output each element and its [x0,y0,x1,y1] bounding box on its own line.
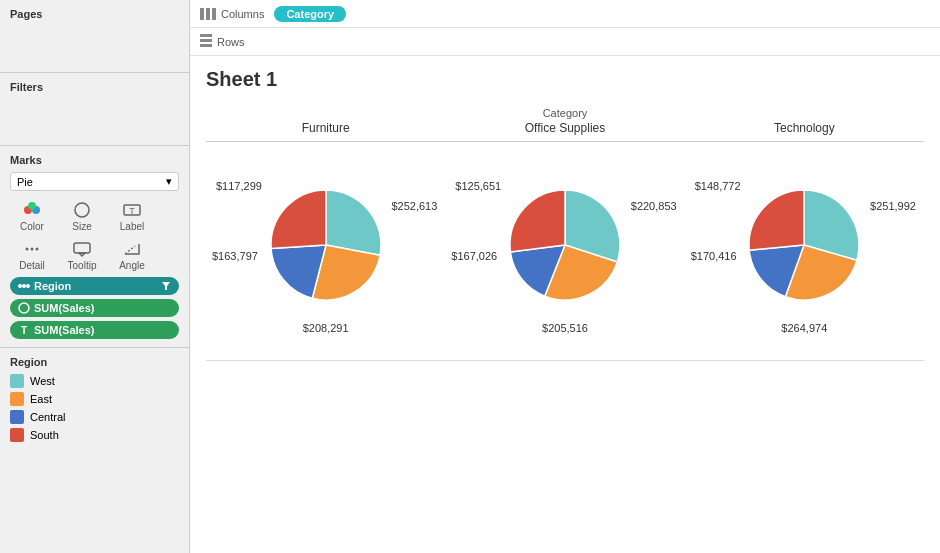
detail-icon [18,238,46,260]
svg-rect-20 [200,34,212,37]
svg-point-6 [26,248,29,251]
furniture-label-middle-left: $163,797 [212,250,258,262]
legend-west: West [10,374,179,388]
south-label: South [30,429,59,441]
svg-point-2 [28,202,36,210]
svg-rect-21 [200,39,212,42]
pages-label: Pages [10,8,179,20]
office-supplies-label: Office Supplies [445,121,684,135]
angle-button[interactable]: Angle [110,238,154,271]
color-icon [18,199,46,221]
furniture-pie-chart [261,180,391,310]
sum-sales-size-pill[interactable]: SUM(Sales) [10,299,179,317]
east-color [10,392,24,406]
sheet-area: Sheet 1 Category Furniture Office Suppli… [190,56,940,553]
filters-content [10,97,179,137]
marks-label: Marks [10,154,179,166]
furniture-label-bottom: $208,291 [303,322,349,334]
marks-icons-row-1: Color Size T Label [10,199,179,232]
columns-text: Columns [221,8,264,20]
tooltip-label: Tooltip [68,260,97,271]
technology-label: Technology [685,121,924,135]
marks-type-value: Pie [17,176,33,188]
technology-label-top-right: $251,992 [870,200,916,212]
office-supplies-label-top-right: $220,853 [631,200,677,212]
filters-label: Filters [10,81,179,93]
legend-south: South [10,428,179,442]
svg-marker-10 [79,253,85,256]
south-color [10,428,24,442]
label-button[interactable]: T Label [110,199,154,232]
tooltip-icon [68,238,96,260]
color-button[interactable]: Color [10,199,54,232]
svg-text:T: T [129,206,135,216]
furniture-pie-wrapper: $117,299 $252,613 $163,797 $208,291 [206,150,445,350]
svg-point-15 [19,303,29,313]
svg-rect-17 [200,8,204,20]
charts-row: $117,299 $252,613 $163,797 $208,291 $125… [206,150,924,350]
technology-label-top-left: $148,772 [695,180,741,192]
legend-east: East [10,392,179,406]
svg-point-13 [26,284,30,288]
sum-sales-size-label: SUM(Sales) [34,302,95,314]
marks-type-select[interactable]: Pie ▾ [10,172,179,191]
central-label: Central [30,411,65,423]
size-button[interactable]: Size [60,199,104,232]
technology-pie-wrapper: $148,772 $251,992 $170,416 $264,974 [685,150,924,350]
office-supplies-pie-chart [500,180,630,310]
category-header-right [685,107,924,119]
svg-point-11 [18,284,22,288]
office-supplies-label-top-left: $125,651 [455,180,501,192]
detail-label: Detail [19,260,45,271]
pages-content [10,24,179,64]
category-header-center: Category [445,107,684,119]
label-label: Label [120,221,144,232]
svg-marker-14 [162,282,170,290]
rows-row: Rows [190,28,940,56]
office-supplies-label-middle-left: $167,026 [451,250,497,262]
svg-rect-9 [74,243,90,253]
chart-grid: Category Furniture Office Supplies Techn… [206,107,924,369]
legend-central: Central [10,410,179,424]
legend-section: Region West East Central South [0,348,189,454]
columns-icon [200,8,216,20]
angle-icon [118,238,146,260]
angle-label: Angle [119,260,145,271]
category-header [206,107,445,119]
sum-sales-angle-label: SUM(Sales) [34,324,95,336]
category-pill[interactable]: Category [274,6,346,22]
region-pill[interactable]: Region [10,277,179,295]
sidebar: Pages Filters Marks Pie ▾ Col [0,0,190,553]
central-color [10,410,24,424]
label-icon: T [118,199,146,221]
furniture-label-top-left: $117,299 [216,180,262,192]
west-label: West [30,375,55,387]
size-label: Size [72,221,91,232]
marks-type-row[interactable]: Pie ▾ [10,172,179,191]
marks-icons-row-2: Detail Tooltip Angle [10,238,179,271]
office-supplies-label-bottom: $205,516 [542,322,588,334]
legend-title: Region [10,356,179,368]
detail-button[interactable]: Detail [10,238,54,271]
sum-sales-angle-pill[interactable]: T SUM(Sales) [10,321,179,339]
furniture-label: Furniture [206,121,445,135]
svg-point-7 [31,248,34,251]
filters-section: Filters [0,73,189,146]
bottom-divider [206,360,924,361]
technology-label-middle-left: $170,416 [691,250,737,262]
color-label: Color [20,221,44,232]
svg-point-3 [75,203,89,217]
size-icon [68,199,96,221]
category-pill-label: Category [286,8,334,20]
technology-pie-chart [739,180,869,310]
marks-pills: Region SUM(Sales) T [10,277,179,339]
circle-icon [18,302,30,314]
svg-text:T: T [21,325,27,336]
dots-icon [18,281,30,291]
columns-row: Columns Category [190,0,940,28]
svg-point-8 [36,248,39,251]
svg-rect-19 [212,8,216,20]
filter-icon [161,281,171,291]
tooltip-button[interactable]: Tooltip [60,238,104,271]
furniture-label-top-right: $252,613 [391,200,437,212]
